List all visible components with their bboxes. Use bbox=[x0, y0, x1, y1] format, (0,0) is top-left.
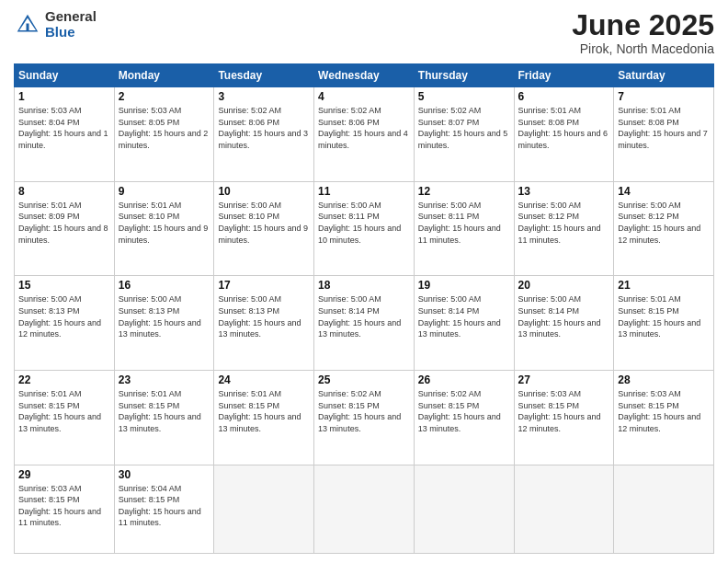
logo-icon bbox=[14, 11, 41, 39]
calendar-cell bbox=[314, 465, 415, 554]
calendar-cell: 29 Sunrise: 5:03 AMSunset: 8:15 PMDaylig… bbox=[15, 465, 115, 554]
calendar-week-2: 8 Sunrise: 5:01 AMSunset: 8:09 PMDayligh… bbox=[15, 181, 714, 276]
day-info: Sunrise: 5:01 AMSunset: 8:08 PMDaylight:… bbox=[618, 106, 708, 150]
day-number: 27 bbox=[518, 373, 610, 386]
day-info: Sunrise: 5:00 AMSunset: 8:13 PMDaylight:… bbox=[18, 294, 101, 339]
calendar-cell bbox=[414, 465, 514, 554]
calendar-cell: 2 Sunrise: 5:03 AMSunset: 8:05 PMDayligh… bbox=[114, 87, 214, 182]
calendar-header-monday: Monday bbox=[114, 64, 214, 87]
calendar-cell: 17 Sunrise: 5:00 AMSunset: 8:13 PMDaylig… bbox=[214, 276, 314, 371]
calendar-cell: 22 Sunrise: 5:01 AMSunset: 8:15 PMDaylig… bbox=[15, 370, 115, 465]
calendar-cell: 11 Sunrise: 5:00 AMSunset: 8:11 PMDaylig… bbox=[314, 181, 415, 276]
calendar-header-tuesday: Tuesday bbox=[214, 64, 314, 87]
calendar-cell: 21 Sunrise: 5:01 AMSunset: 8:15 PMDaylig… bbox=[614, 276, 714, 371]
calendar-week-5: 29 Sunrise: 5:03 AMSunset: 8:15 PMDaylig… bbox=[15, 465, 714, 554]
calendar-cell: 5 Sunrise: 5:02 AMSunset: 8:07 PMDayligh… bbox=[414, 87, 514, 182]
day-info: Sunrise: 5:01 AMSunset: 8:15 PMDaylight:… bbox=[119, 389, 201, 433]
calendar-cell: 9 Sunrise: 5:01 AMSunset: 8:10 PMDayligh… bbox=[114, 181, 214, 276]
day-number: 6 bbox=[518, 90, 610, 103]
day-number: 4 bbox=[318, 90, 410, 103]
calendar-cell: 13 Sunrise: 5:00 AMSunset: 8:12 PMDaylig… bbox=[514, 181, 614, 276]
calendar-header-wednesday: Wednesday bbox=[314, 64, 415, 87]
day-info: Sunrise: 5:00 AMSunset: 8:11 PMDaylight:… bbox=[418, 201, 501, 245]
day-info: Sunrise: 5:01 AMSunset: 8:15 PMDaylight:… bbox=[218, 389, 301, 433]
day-info: Sunrise: 5:00 AMSunset: 8:10 PMDaylight:… bbox=[218, 201, 308, 245]
header: General Blue June 2025 Pirok, North Mace… bbox=[14, 9, 714, 56]
day-number: 19 bbox=[418, 279, 510, 292]
calendar-cell: 8 Sunrise: 5:01 AMSunset: 8:09 PMDayligh… bbox=[15, 181, 115, 276]
day-number: 14 bbox=[618, 185, 710, 198]
calendar-header-sunday: Sunday bbox=[15, 64, 115, 87]
calendar-header-row: SundayMondayTuesdayWednesdayThursdayFrid… bbox=[15, 64, 714, 87]
day-number: 10 bbox=[218, 185, 310, 198]
day-info: Sunrise: 5:01 AMSunset: 8:15 PMDaylight:… bbox=[18, 389, 101, 433]
logo-blue-text: Blue bbox=[45, 25, 97, 40]
day-number: 2 bbox=[119, 90, 210, 103]
day-info: Sunrise: 5:00 AMSunset: 8:12 PMDaylight:… bbox=[518, 201, 601, 245]
day-number: 26 bbox=[418, 373, 510, 386]
day-number: 28 bbox=[618, 373, 710, 386]
calendar-cell: 6 Sunrise: 5:01 AMSunset: 8:08 PMDayligh… bbox=[514, 87, 614, 182]
day-info: Sunrise: 5:02 AMSunset: 8:06 PMDaylight:… bbox=[318, 106, 408, 150]
calendar-week-4: 22 Sunrise: 5:01 AMSunset: 8:15 PMDaylig… bbox=[15, 370, 714, 465]
calendar-cell: 14 Sunrise: 5:00 AMSunset: 8:12 PMDaylig… bbox=[614, 181, 714, 276]
calendar-cell: 12 Sunrise: 5:00 AMSunset: 8:11 PMDaylig… bbox=[414, 181, 514, 276]
day-number: 29 bbox=[18, 468, 110, 481]
day-number: 3 bbox=[218, 90, 310, 103]
page: General Blue June 2025 Pirok, North Mace… bbox=[0, 0, 728, 563]
calendar-cell: 1 Sunrise: 5:03 AMSunset: 8:04 PMDayligh… bbox=[15, 87, 115, 182]
day-info: Sunrise: 5:03 AMSunset: 8:15 PMDaylight:… bbox=[518, 389, 601, 433]
calendar-cell: 27 Sunrise: 5:03 AMSunset: 8:15 PMDaylig… bbox=[514, 370, 614, 465]
day-number: 12 bbox=[418, 185, 510, 198]
day-info: Sunrise: 5:01 AMSunset: 8:10 PMDaylight:… bbox=[119, 201, 209, 245]
day-info: Sunrise: 5:03 AMSunset: 8:15 PMDaylight:… bbox=[18, 484, 101, 528]
calendar-header-saturday: Saturday bbox=[614, 64, 714, 87]
calendar-cell: 16 Sunrise: 5:00 AMSunset: 8:13 PMDaylig… bbox=[114, 276, 214, 371]
logo: General Blue bbox=[14, 9, 97, 40]
calendar-cell: 24 Sunrise: 5:01 AMSunset: 8:15 PMDaylig… bbox=[214, 370, 314, 465]
day-info: Sunrise: 5:01 AMSunset: 8:08 PMDaylight:… bbox=[518, 106, 609, 150]
calendar-cell: 20 Sunrise: 5:00 AMSunset: 8:14 PMDaylig… bbox=[514, 276, 614, 371]
day-number: 20 bbox=[518, 279, 610, 292]
calendar-cell: 3 Sunrise: 5:02 AMSunset: 8:06 PMDayligh… bbox=[214, 87, 314, 182]
day-info: Sunrise: 5:03 AMSunset: 8:04 PMDaylight:… bbox=[18, 106, 108, 150]
day-number: 8 bbox=[18, 185, 110, 198]
day-number: 24 bbox=[218, 373, 310, 386]
day-number: 30 bbox=[119, 468, 210, 481]
calendar-cell: 18 Sunrise: 5:00 AMSunset: 8:14 PMDaylig… bbox=[314, 276, 415, 371]
calendar-header-friday: Friday bbox=[514, 64, 614, 87]
calendar-week-3: 15 Sunrise: 5:00 AMSunset: 8:13 PMDaylig… bbox=[15, 276, 714, 371]
calendar-cell: 4 Sunrise: 5:02 AMSunset: 8:06 PMDayligh… bbox=[314, 87, 415, 182]
calendar-cell: 7 Sunrise: 5:01 AMSunset: 8:08 PMDayligh… bbox=[614, 87, 714, 182]
calendar-cell: 26 Sunrise: 5:02 AMSunset: 8:15 PMDaylig… bbox=[414, 370, 514, 465]
day-number: 5 bbox=[418, 90, 510, 103]
day-number: 11 bbox=[318, 185, 410, 198]
calendar-cell: 15 Sunrise: 5:00 AMSunset: 8:13 PMDaylig… bbox=[15, 276, 115, 371]
calendar-cell: 10 Sunrise: 5:00 AMSunset: 8:10 PMDaylig… bbox=[214, 181, 314, 276]
calendar-cell: 25 Sunrise: 5:02 AMSunset: 8:15 PMDaylig… bbox=[314, 370, 415, 465]
day-info: Sunrise: 5:03 AMSunset: 8:05 PMDaylight:… bbox=[119, 106, 209, 150]
day-info: Sunrise: 5:01 AMSunset: 8:09 PMDaylight:… bbox=[18, 201, 108, 245]
day-info: Sunrise: 5:00 AMSunset: 8:13 PMDaylight:… bbox=[119, 294, 201, 339]
day-number: 18 bbox=[318, 279, 410, 292]
day-number: 25 bbox=[318, 373, 410, 386]
day-info: Sunrise: 5:00 AMSunset: 8:14 PMDaylight:… bbox=[418, 294, 501, 339]
day-number: 23 bbox=[119, 373, 210, 386]
calendar-cell: 30 Sunrise: 5:04 AMSunset: 8:15 PMDaylig… bbox=[114, 465, 214, 554]
day-number: 16 bbox=[119, 279, 210, 292]
day-info: Sunrise: 5:00 AMSunset: 8:11 PMDaylight:… bbox=[318, 201, 401, 245]
calendar-cell: 23 Sunrise: 5:01 AMSunset: 8:15 PMDaylig… bbox=[114, 370, 214, 465]
day-number: 9 bbox=[119, 185, 210, 198]
day-info: Sunrise: 5:04 AMSunset: 8:15 PMDaylight:… bbox=[119, 484, 201, 528]
calendar-cell: 28 Sunrise: 5:03 AMSunset: 8:15 PMDaylig… bbox=[614, 370, 714, 465]
calendar-table: SundayMondayTuesdayWednesdayThursdayFrid… bbox=[14, 63, 714, 554]
location-title: Pirok, North Macedonia bbox=[572, 41, 714, 56]
month-title: June 2025 bbox=[572, 9, 714, 41]
day-info: Sunrise: 5:02 AMSunset: 8:15 PMDaylight:… bbox=[418, 389, 501, 433]
calendar-cell: 19 Sunrise: 5:00 AMSunset: 8:14 PMDaylig… bbox=[414, 276, 514, 371]
calendar-week-1: 1 Sunrise: 5:03 AMSunset: 8:04 PMDayligh… bbox=[15, 87, 714, 182]
day-info: Sunrise: 5:03 AMSunset: 8:15 PMDaylight:… bbox=[618, 389, 700, 433]
day-number: 21 bbox=[618, 279, 710, 292]
day-number: 22 bbox=[18, 373, 110, 386]
calendar-header-thursday: Thursday bbox=[414, 64, 514, 87]
